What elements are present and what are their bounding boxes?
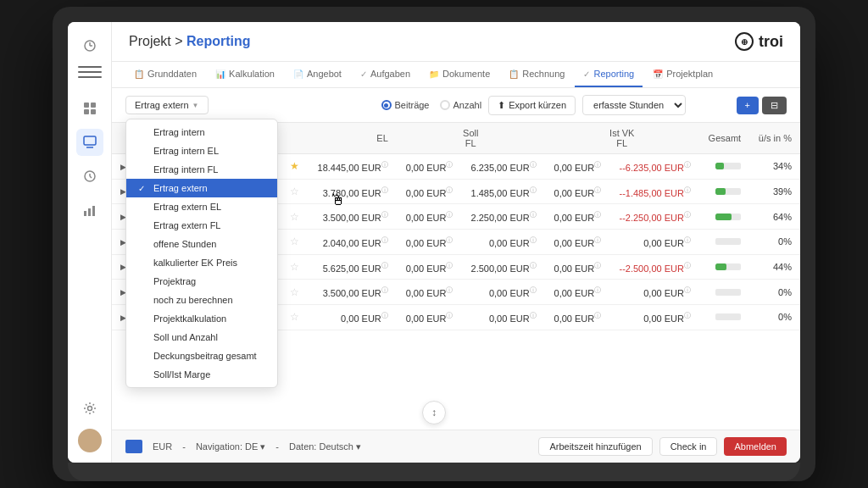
- reporting-label: Reporting: [186, 34, 251, 48]
- row-ertrag-el: 2.040,00 EURⓘ: [308, 229, 396, 254]
- dropdown-item-offene-stunden[interactable]: offene Stunden: [126, 235, 277, 253]
- dropdown-item-projektrag[interactable]: Projektrag: [126, 272, 277, 291]
- hours-select[interactable]: erfasste Stunden: [582, 95, 686, 115]
- row-soll-fl: 0,00 EURⓘ: [397, 154, 462, 180]
- star-icon: ☆: [290, 286, 299, 298]
- row-soll-el: 6.235,00 EURⓘ: [461, 154, 544, 180]
- sidebar-item-clock[interactable]: [76, 163, 103, 190]
- sidebar-item-chart[interactable]: [76, 197, 103, 224]
- dropdown-item-kalk-ek[interactable]: kalkulierter EK Preis: [126, 253, 277, 272]
- data-label[interactable]: Daten: Deutsch ▾: [289, 441, 361, 452]
- svg-rect-7: [84, 136, 96, 145]
- row-soll-fl: 0,00 EURⓘ: [397, 254, 462, 280]
- bottom-bar: EUR - Navigation: DE ▾ - Daten: Deutsch …: [112, 430, 800, 463]
- col-el: EL: [308, 123, 396, 154]
- sidebar: [68, 22, 112, 463]
- row-ertrag-el: 18.445,00 EURⓘ: [308, 154, 396, 180]
- svg-rect-12: [84, 211, 86, 216]
- star-icon: ☆: [290, 211, 299, 223]
- project-label: Projekt: [129, 34, 171, 48]
- tab-projektplan[interactable]: 📅 Projektplan: [644, 62, 721, 87]
- add-button[interactable]: +: [737, 97, 759, 114]
- row-soll-el: 0,00 EURⓘ: [461, 229, 544, 254]
- dropdown-item-noch-zu-berechnen[interactable]: noch zu berechnen: [126, 291, 277, 309]
- row-soll-el: 1.485,00 EURⓘ: [461, 179, 544, 204]
- dropdown-item-soll-ist-marge[interactable]: Soll/Ist Marge: [126, 365, 277, 384]
- nav-label[interactable]: Navigation: DE ▾: [196, 441, 265, 452]
- progress-bar: [715, 289, 741, 296]
- row-star[interactable]: ★: [281, 154, 308, 180]
- radio-group: Beiträge Anzahl: [381, 100, 482, 110]
- row-star[interactable]: ☆: [281, 280, 308, 305]
- add-time-button[interactable]: Arbeitszeit hinzufügen: [538, 437, 652, 456]
- progress-bar: [715, 313, 741, 320]
- dokumente-icon: 📁: [429, 69, 439, 79]
- dropdown-item-ertrag-extern-fl[interactable]: Ertrag extern FL: [126, 216, 277, 235]
- tab-grunddaten[interactable]: 📋 Grunddaten: [125, 62, 205, 87]
- sidebar-item-grid[interactable]: [76, 95, 103, 122]
- user-avatar[interactable]: [78, 429, 102, 452]
- radio-anzahl[interactable]: Anzahl: [440, 100, 482, 110]
- row-soll-el: 2.250,00 EURⓘ: [461, 204, 544, 230]
- dropdown-label: Ertrag extern: [135, 100, 189, 110]
- row-ist-vk-fl: --6.235,00 EURⓘ: [609, 154, 699, 180]
- tab-reporting[interactable]: ✓ Reporting: [575, 62, 643, 87]
- row-star[interactable]: ☆: [281, 304, 308, 330]
- dropdown-item-ertrag-extern[interactable]: ✓ Ertrag extern: [126, 179, 277, 197]
- dropdown-arrow-icon: ▼: [192, 102, 199, 109]
- currency-label: EUR: [153, 441, 172, 452]
- dropdown-item-deckungsbeitrag[interactable]: Deckungsbeitrag gesamt: [126, 347, 277, 365]
- scroll-indicator[interactable]: ↕: [422, 401, 446, 424]
- row-star[interactable]: ☆: [281, 229, 308, 254]
- angebot-icon: 📄: [293, 69, 303, 79]
- tab-rechnung[interactable]: 📋 Rechnung: [500, 62, 573, 87]
- row-ist-el: 0,00 EURⓘ: [545, 179, 610, 204]
- app-logo: ⊕ troi: [735, 32, 783, 51]
- row-ist-el: 0,00 EURⓘ: [545, 154, 610, 180]
- row-ist-vk-fl: 0,00 EURⓘ: [609, 229, 699, 254]
- row-soll-fl: 0,00 EURⓘ: [397, 204, 462, 230]
- tab-dokumente[interactable]: 📁 Dokumente: [420, 62, 498, 87]
- dropdown-item-ertrag-extern-el[interactable]: Ertrag extern EL: [126, 197, 277, 216]
- tab-kalkulation[interactable]: 📊 Kalkulation: [207, 62, 283, 87]
- sidebar-item-settings[interactable]: [76, 395, 103, 422]
- filter-button[interactable]: ⊟: [762, 97, 787, 114]
- tab-angebot[interactable]: 📄 Angebot: [285, 62, 350, 87]
- star-icon: ☆: [290, 186, 299, 197]
- dropdown-item-ertrag-intern[interactable]: Ertrag intern: [126, 123, 277, 141]
- toolbar-right: + ⊟: [737, 97, 787, 114]
- row-soll-fl: 0,00 EURⓘ: [397, 179, 462, 204]
- export-button[interactable]: ⬆ Export kürzen: [488, 96, 576, 115]
- logout-button[interactable]: Abmelden: [724, 437, 787, 456]
- dropdown-item-ertrag-intern-el[interactable]: Ertrag intern EL: [126, 141, 277, 160]
- col-ist-vk-fl-group: Ist VK FL: [545, 123, 699, 154]
- row-percent: 44%: [749, 254, 800, 280]
- row-star[interactable]: ☆: [281, 179, 308, 204]
- sidebar-hamburger[interactable]: [78, 66, 102, 83]
- radio-beitrage[interactable]: Beiträge: [381, 100, 430, 110]
- progress-bar: [715, 214, 741, 220]
- radio-anzahl-dot: [440, 100, 450, 110]
- dropdown-item-projektkalkulation[interactable]: Projektkalkulation: [126, 309, 277, 328]
- row-star[interactable]: ☆: [281, 254, 308, 280]
- tab-aufgaben[interactable]: ✓ Aufgaben: [352, 62, 419, 87]
- checkin-button[interactable]: Check in: [659, 437, 718, 456]
- dropdown-menu: Ertrag intern Ertrag intern EL Ertrag in…: [125, 119, 278, 388]
- reporting-icon: ✓: [583, 69, 590, 79]
- row-soll-fl: 0,00 EURⓘ: [397, 280, 462, 305]
- row-star[interactable]: ☆: [281, 204, 308, 230]
- svg-rect-6: [91, 109, 96, 114]
- star-icon: ★: [290, 160, 299, 172]
- svg-rect-13: [88, 208, 91, 216]
- dropdown-item-ertrag-intern-fl[interactable]: Ertrag intern FL: [126, 160, 277, 179]
- row-ertrag-el: 3.500,00 EURⓘ: [308, 280, 396, 305]
- main-content: Projekt > Reporting ⊕ troi 📋 Grunddaten: [112, 22, 800, 463]
- row-gesamt: [699, 229, 749, 254]
- dropdown-item-soll-anzahl[interactable]: Soll und Anzahl: [126, 328, 277, 347]
- check-selected-icon: ✓: [138, 184, 148, 193]
- ertrag-dropdown[interactable]: Ertrag extern ▼: [125, 96, 209, 114]
- sidebar-item-home[interactable]: [76, 32, 103, 59]
- row-ertrag-el: 3.500,00 EURⓘ: [308, 204, 396, 230]
- sidebar-item-projects[interactable]: [76, 129, 103, 156]
- row-percent: 34%: [749, 154, 800, 180]
